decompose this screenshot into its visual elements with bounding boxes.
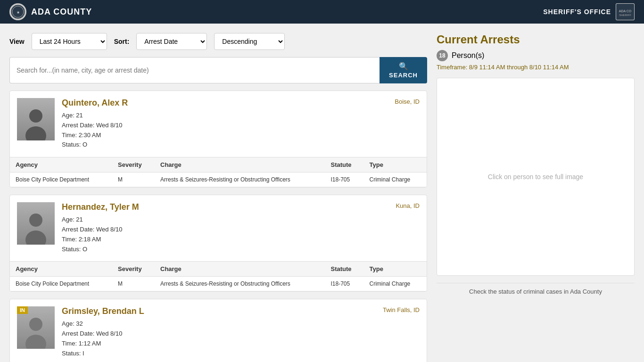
charge-type: Criminal Charge bbox=[364, 173, 427, 187]
charges-table: Agency Severity Charge Statute Type Bois… bbox=[10, 261, 427, 291]
image-hint: Click on person to see full image bbox=[488, 173, 583, 181]
search-icon: 🔍 bbox=[399, 62, 408, 71]
col-charge: Charge bbox=[155, 157, 325, 173]
person-name: Grimsley, Brendan L bbox=[62, 306, 420, 316]
timeframe: Timeframe: 8/9 11:14 AM through 8/10 11:… bbox=[437, 64, 635, 71]
person-name: Hernandez, Tyler M bbox=[62, 202, 420, 212]
person-photo[interactable]: IN bbox=[17, 306, 55, 349]
svg-point-6 bbox=[29, 109, 42, 123]
arrests-header: Current Arrests 18 Person(s) Timeframe: … bbox=[437, 33, 635, 71]
charge-description: Arrests & Seizures-Resisting or Obstruct… bbox=[155, 173, 325, 187]
count-label: Person(s) bbox=[452, 51, 484, 60]
col-agency: Agency bbox=[10, 262, 112, 277]
col-type: Type bbox=[364, 262, 427, 277]
person-details: Age: 32 Arrest Date: Wed 8/10 Time: 1:12… bbox=[62, 319, 420, 358]
charge-severity: M bbox=[112, 277, 155, 291]
person-location: Kuna, ID bbox=[396, 202, 420, 209]
divider bbox=[437, 283, 635, 283]
svg-point-10 bbox=[29, 318, 42, 331]
header-left: ★ ADA COUNTY bbox=[9, 3, 92, 20]
persons-list: Quintero, Alex R Age: 21 Arrest Date: We… bbox=[9, 90, 427, 362]
col-statute: Statute bbox=[325, 262, 363, 277]
person-photo[interactable] bbox=[17, 98, 55, 140]
charge-statute: I18-705 bbox=[325, 173, 363, 187]
person-location: Twin Falls, ID bbox=[383, 306, 420, 313]
check-status-text: Check the status of criminal cases in Ad… bbox=[437, 288, 635, 295]
svg-point-11 bbox=[25, 335, 46, 349]
col-charge: Charge bbox=[155, 262, 325, 277]
arrests-title: Current Arrests bbox=[437, 33, 635, 46]
right-panel: Current Arrests 18 Person(s) Timeframe: … bbox=[437, 33, 635, 362]
col-statute: Statute bbox=[325, 157, 363, 173]
site-header: ★ ADA COUNTY SHERIFF'S OFFICE ADA CO SHE… bbox=[0, 0, 644, 24]
county-logo: ★ bbox=[9, 3, 26, 20]
person-header: Hernandez, Tyler M Age: 21 Arrest Date: … bbox=[10, 195, 427, 261]
search-button[interactable]: 🔍 SEARCH bbox=[380, 57, 427, 83]
charge-agency: Boise City Police Department bbox=[10, 277, 112, 291]
charge-description: Arrests & Seizures-Resisting or Obstruct… bbox=[155, 277, 325, 291]
controls-row: View Last 24 Hours Last 48 Hours Last 72… bbox=[9, 33, 427, 50]
arrests-count-row: 18 Person(s) bbox=[437, 50, 635, 61]
person-card: Hernandez, Tyler M Age: 21 Arrest Date: … bbox=[9, 195, 427, 292]
charge-row: Boise City Police Department M Arrests &… bbox=[10, 277, 427, 291]
svg-point-8 bbox=[29, 214, 42, 227]
col-severity: Severity bbox=[112, 262, 155, 277]
person-details: Age: 21 Arrest Date: Wed 8/10 Time: 2:30… bbox=[62, 111, 420, 150]
count-badge: 18 bbox=[437, 50, 448, 61]
col-severity: Severity bbox=[112, 157, 155, 173]
sheriff-label: SHERIFF'S OFFICE bbox=[543, 8, 611, 16]
search-button-label: SEARCH bbox=[389, 72, 418, 79]
col-agency: Agency bbox=[10, 157, 112, 173]
svg-point-9 bbox=[25, 230, 46, 245]
left-panel: View Last 24 Hours Last 48 Hours Last 72… bbox=[9, 33, 437, 362]
charge-severity: M bbox=[112, 173, 155, 187]
col-type: Type bbox=[364, 157, 427, 173]
person-info: Grimsley, Brendan L Age: 32 Arrest Date:… bbox=[62, 306, 420, 358]
person-info: Quintero, Alex R Age: 21 Arrest Date: We… bbox=[62, 98, 420, 150]
svg-point-7 bbox=[25, 126, 46, 140]
charge-row: Boise City Police Department M Arrests &… bbox=[10, 173, 427, 187]
person-name: Quintero, Alex R bbox=[62, 98, 420, 108]
county-name: ADA COUNTY bbox=[31, 7, 92, 17]
order-select[interactable]: Descending Ascending bbox=[214, 33, 285, 50]
person-photo[interactable] bbox=[17, 202, 55, 245]
image-preview-box: Click on person to see full image bbox=[437, 78, 635, 276]
person-details: Age: 21 Arrest Date: Wed 8/10 Time: 2:18… bbox=[62, 215, 420, 254]
charge-type: Criminal Charge bbox=[364, 277, 427, 291]
person-header: Quintero, Alex R Age: 21 Arrest Date: We… bbox=[10, 91, 427, 157]
person-card: IN Grimsley, Brendan L Age: 32 Arrest Da… bbox=[9, 299, 427, 362]
sort-label: Sort: bbox=[114, 38, 130, 45]
header-right: SHERIFF'S OFFICE ADA CO SHERIFF bbox=[543, 3, 635, 20]
search-row: 🔍 SEARCH bbox=[9, 57, 427, 83]
sort-select[interactable]: Arrest Date Name Age City bbox=[136, 33, 207, 50]
main-container: View Last 24 Hours Last 48 Hours Last 72… bbox=[0, 24, 644, 362]
svg-text:★: ★ bbox=[17, 10, 20, 15]
person-location: Boise, ID bbox=[395, 98, 420, 105]
charge-agency: Boise City Police Department bbox=[10, 173, 112, 187]
view-select[interactable]: Last 24 Hours Last 48 Hours Last 72 Hour… bbox=[32, 33, 107, 50]
person-header: IN Grimsley, Brendan L Age: 32 Arrest Da… bbox=[10, 299, 427, 362]
person-info: Hernandez, Tyler M Age: 21 Arrest Date: … bbox=[62, 202, 420, 254]
view-label: View bbox=[9, 38, 25, 45]
sheriff-logo: ADA CO SHERIFF bbox=[616, 3, 635, 20]
charge-statute: I18-705 bbox=[325, 277, 363, 291]
svg-text:SHERIFF: SHERIFF bbox=[619, 14, 631, 16]
search-input[interactable] bbox=[9, 57, 380, 83]
charges-table: Agency Severity Charge Statute Type Bois… bbox=[10, 157, 427, 187]
person-card: Quintero, Alex R Age: 21 Arrest Date: We… bbox=[9, 90, 427, 188]
svg-text:ADA CO: ADA CO bbox=[619, 9, 632, 13]
